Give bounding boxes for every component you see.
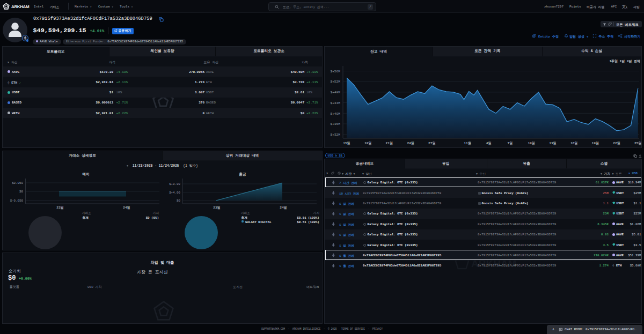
svg-text:$+36M: $+36M bbox=[330, 122, 340, 126]
svg-text:$8.51 (100%): $8.51 (100%) bbox=[297, 216, 319, 220]
svg-text:10일: 10일 bbox=[528, 142, 535, 145]
svg-text:$0: $0 bbox=[19, 190, 23, 194]
svg-text:24일: 24일 bbox=[407, 142, 414, 145]
svg-text:$-0.050: $-0.050 bbox=[10, 199, 24, 203]
svg-text:출금: 출금 bbox=[239, 172, 246, 176]
svg-text:$0: $0 bbox=[177, 199, 180, 203]
svg-text:19일: 19일 bbox=[592, 142, 599, 145]
svg-text:총계: 총계 bbox=[83, 216, 89, 220]
svg-text:GALAXY DIGITAL: GALAXY DIGITAL bbox=[245, 220, 272, 224]
svg-text:$0.050: $0.050 bbox=[12, 181, 23, 185]
svg-text:24일: 24일 bbox=[123, 206, 130, 210]
svg-text:$+52M: $+52M bbox=[330, 80, 340, 84]
svg-text:가치: 가치 bbox=[313, 211, 319, 215]
svg-text:$+8.00: $+8.00 bbox=[169, 182, 180, 186]
svg-text:$8.51 (100%): $8.51 (100%) bbox=[297, 220, 319, 224]
svg-text:거래소: 거래소 bbox=[241, 211, 251, 215]
svg-text:27일: 27일 bbox=[428, 142, 436, 145]
svg-text:$+4.00: $+4.00 bbox=[169, 191, 180, 195]
svg-text:$0 (0%): $0 (0%) bbox=[146, 216, 159, 220]
svg-text:4일: 4일 bbox=[486, 142, 492, 145]
svg-text:11월: 11월 bbox=[464, 142, 471, 145]
svg-text:25일: 25일 bbox=[634, 142, 641, 145]
svg-text:13일: 13일 bbox=[549, 142, 557, 145]
svg-text:$+32M: $+32M bbox=[330, 133, 340, 137]
svg-text:7일: 7일 bbox=[508, 142, 513, 145]
svg-text:예치: 예치 bbox=[82, 172, 89, 176]
svg-text:21일: 21일 bbox=[386, 142, 393, 145]
svg-text:23일: 23일 bbox=[213, 206, 221, 210]
svg-text:23일: 23일 bbox=[56, 206, 64, 210]
svg-text:15일: 15일 bbox=[343, 142, 350, 145]
svg-text:가치: 가치 bbox=[152, 211, 159, 215]
svg-text:24일: 24일 bbox=[280, 206, 287, 210]
svg-text:16일: 16일 bbox=[570, 142, 578, 145]
svg-text:총계: 총계 bbox=[241, 216, 248, 220]
svg-text:$+48M: $+48M bbox=[330, 91, 340, 94]
svg-text:$+44M: $+44M bbox=[330, 101, 340, 105]
svg-text:18일: 18일 bbox=[364, 142, 372, 145]
svg-text:거래소: 거래소 bbox=[82, 211, 92, 215]
svg-text:$+40M: $+40M bbox=[330, 112, 340, 116]
svg-text:22일: 22일 bbox=[613, 142, 620, 145]
svg-text:$+56M: $+56M bbox=[330, 70, 340, 73]
